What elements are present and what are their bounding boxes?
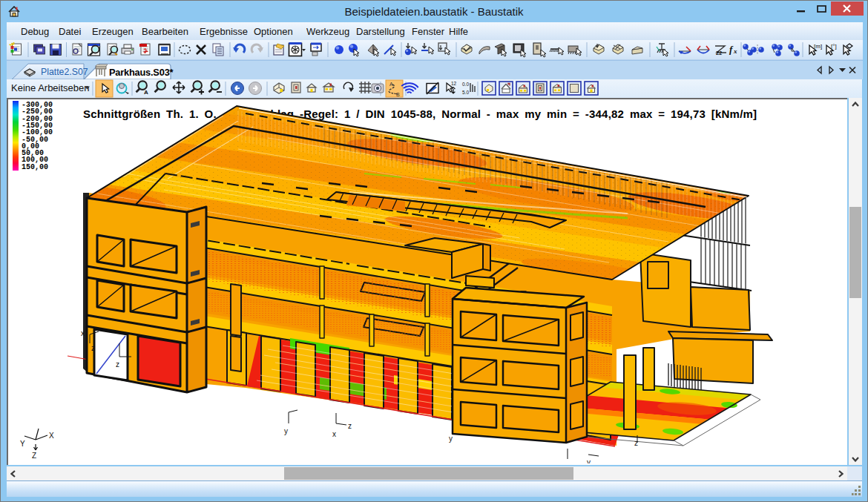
svg-text:y: y xyxy=(565,461,568,463)
svg-text:y: y xyxy=(449,435,453,443)
svg-text:A: A xyxy=(144,89,148,96)
svg-text:Y: Y xyxy=(20,440,25,448)
svg-text:Z2: Z2 xyxy=(716,50,722,56)
svg-text:X: X xyxy=(49,432,54,440)
svg-text:Parkhaus.S03*: Parkhaus.S03* xyxy=(109,67,174,78)
svg-text:Keine Arbeitseben: Keine Arbeitseben xyxy=(11,82,90,93)
svg-text:Z: Z xyxy=(32,452,36,460)
svg-text:x: x xyxy=(332,430,336,438)
svg-text:150,00: 150,00 xyxy=(22,163,48,171)
svg-text:5.0: 5.0 xyxy=(462,90,469,95)
svg-text:x: x xyxy=(81,329,85,337)
svg-text:0.0: 0.0 xyxy=(462,82,469,87)
svg-text:z: z xyxy=(348,422,352,430)
svg-text:12: 12 xyxy=(451,81,457,86)
svg-text:Schnittgrößen Th. 1. O. - Über: Schnittgrößen Th. 1. O. - Überschlag -Re… xyxy=(83,108,757,120)
svg-text:z: z xyxy=(91,344,95,352)
svg-text:z: z xyxy=(116,360,119,369)
svg-text:Platte2.S07: Platte2.S07 xyxy=(41,67,88,77)
svg-text:B: B xyxy=(396,92,400,97)
svg-text:y: y xyxy=(284,427,288,435)
svg-text:[m]: [m] xyxy=(814,43,822,50)
svg-text:x: x xyxy=(733,47,737,55)
svg-text:[°]: [°] xyxy=(831,43,837,50)
svg-text:y: y xyxy=(587,458,591,463)
